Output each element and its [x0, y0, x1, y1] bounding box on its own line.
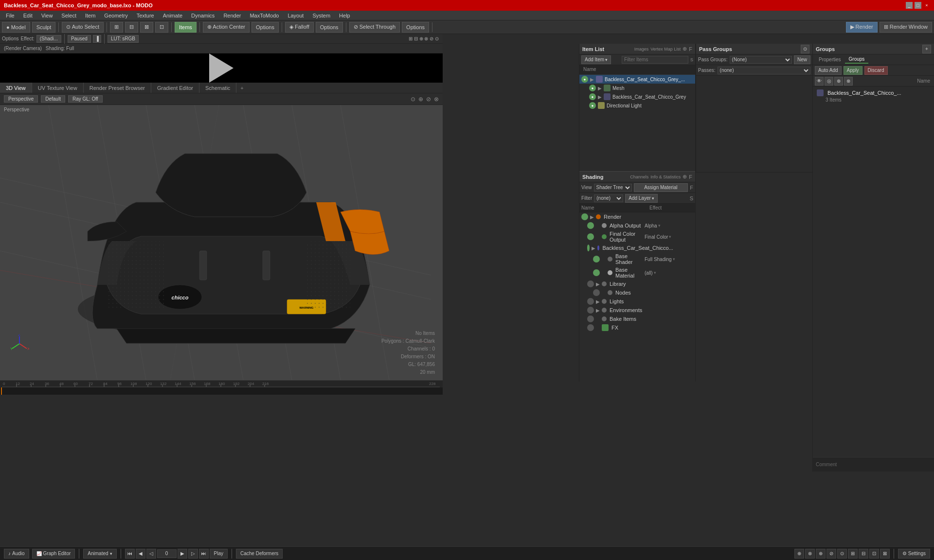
backless-expand[interactable]: ▶: [592, 245, 595, 251]
filter-select[interactable]: (none): [594, 194, 623, 202]
filter-items-input[interactable]: [622, 56, 688, 64]
cache-deformers-button[interactable]: Cache Deformers: [236, 549, 283, 559]
groups-icon-2[interactable]: ◎: [825, 77, 833, 86]
action-center-button[interactable]: ⊕ Action Center: [203, 22, 250, 33]
vis-icon-mesh[interactable]: ●: [589, 85, 596, 91]
menu-render[interactable]: Render: [219, 12, 245, 19]
render-expand[interactable]: ▶: [590, 214, 594, 220]
auto-select-button[interactable]: ⊙ Auto Select: [62, 22, 104, 33]
item-list-settings-icon[interactable]: ⊕: [683, 46, 687, 52]
mode-model-button[interactable]: ● Model: [2, 22, 30, 33]
rt-btn-4[interactable]: ⊘: [826, 549, 836, 559]
perspective-button[interactable]: Perspective: [4, 95, 38, 103]
item-list-images-tab[interactable]: Images: [634, 47, 649, 52]
play-end-button[interactable]: ▷: [188, 549, 198, 559]
rt-btn-7[interactable]: ⊟: [859, 549, 868, 559]
groups-icon-1[interactable]: 👁: [815, 77, 824, 86]
expand-arrow-root[interactable]: ▶: [590, 77, 594, 82]
add-item-button[interactable]: Add Item ▾: [581, 55, 611, 64]
play-preview-button[interactable]: [209, 53, 234, 83]
shader-backless-group[interactable]: ▶ Backless_Car_Seat_Chicco...: [579, 244, 695, 252]
close-button[interactable]: ×: [923, 2, 930, 9]
lights-eye[interactable]: [587, 298, 594, 305]
tree-item-root[interactable]: ● ▶ Backless_Car_Seat_Chicco_Grey_...: [579, 75, 695, 84]
options-2-button[interactable]: Options: [316, 22, 343, 33]
apply-button[interactable]: Apply: [844, 66, 862, 75]
go-start-button[interactable]: ⏮: [125, 549, 135, 559]
vis-icon-group[interactable]: ●: [589, 93, 596, 100]
menu-item[interactable]: Item: [81, 12, 99, 19]
render-button[interactable]: ▶ Render: [846, 22, 878, 33]
item-list-filter-icon[interactable]: F: [689, 46, 692, 52]
toolbar-icon-3[interactable]: ⊠: [140, 22, 153, 33]
groups-icon-3[interactable]: ⊕: [834, 77, 843, 86]
toolbar-icon-2[interactable]: ⊟: [125, 22, 138, 33]
options-3-button[interactable]: Options: [402, 22, 429, 33]
env-eye[interactable]: [587, 307, 594, 314]
vp-settings-icon[interactable]: ⊙: [411, 96, 415, 103]
add-layer-button[interactable]: Add Layer ▾: [625, 194, 658, 203]
effect-value[interactable]: (Shadi...: [36, 35, 61, 43]
auto-add-button[interactable]: Auto Add: [815, 66, 842, 75]
shader-environments[interactable]: ▶ Environments: [579, 306, 695, 315]
falloff-button[interactable]: ◈ Falloff: [285, 22, 314, 33]
rt-btn-8[interactable]: ⊡: [869, 549, 879, 559]
graph-editor-button[interactable]: 📈 Graph Editor: [32, 549, 75, 559]
expand-arrow-group[interactable]: ▶: [598, 94, 602, 100]
go-end-button[interactable]: ⏭: [199, 549, 209, 559]
tab-uv-texture[interactable]: UV Texture View: [32, 83, 84, 93]
tree-item-light[interactable]: ● Directional Light: [579, 101, 695, 110]
mode-sculpt-button[interactable]: Sculpt: [32, 22, 56, 33]
maximize-button[interactable]: □: [915, 2, 921, 9]
ray-gl-button[interactable]: Ray GL: Off: [68, 95, 103, 103]
backless-eye[interactable]: [587, 245, 590, 251]
minimize-button[interactable]: _: [906, 2, 913, 9]
rt-btn-5[interactable]: ⊙: [837, 549, 847, 559]
tree-item-mesh[interactable]: ● ▶ Mesh: [579, 84, 695, 92]
rt-btn-2[interactable]: ⊗: [805, 549, 815, 559]
rt-btn-9[interactable]: ⊠: [880, 549, 890, 559]
library-eye[interactable]: [587, 280, 594, 287]
menu-geometry[interactable]: Geometry: [100, 12, 131, 19]
shader-bake-items[interactable]: Bake Items: [579, 315, 695, 323]
play-button[interactable]: ▶: [178, 549, 187, 559]
pass-groups-settings-icon[interactable]: ⊙: [801, 45, 809, 53]
tree-item-group[interactable]: ● ▶ Backless_Car_Seat_Chicco_Grey: [579, 92, 695, 101]
assign-material-button[interactable]: Assign Material: [634, 183, 688, 192]
menu-texture[interactable]: Texture: [133, 12, 158, 19]
groups-icon-4[interactable]: ⊗: [844, 77, 853, 86]
shader-alpha-output[interactable]: Alpha Output Alpha ▾: [579, 221, 695, 230]
paused-value[interactable]: Paused: [68, 35, 91, 43]
rt-btn-3[interactable]: ⊕: [816, 549, 826, 559]
toolbar-icon-4[interactable]: ⊡: [155, 22, 168, 33]
render-eye[interactable]: [581, 213, 588, 220]
tab-3d-view[interactable]: 3D View: [0, 83, 32, 93]
shading-filter-icon[interactable]: F: [689, 174, 692, 180]
info-tab[interactable]: Info & Statistics: [650, 175, 681, 179]
render-window-button[interactable]: ⊞ Render Window: [880, 22, 932, 33]
audio-button[interactable]: ♪ Audio: [4, 549, 29, 559]
menu-dynamics[interactable]: Dynamics: [187, 12, 218, 19]
3d-scene[interactable]: WARNING chicco Perspective No Items Poly…: [0, 105, 443, 380]
menu-maxtomodo[interactable]: MaxToModo: [246, 12, 283, 19]
groups-add-button[interactable]: +: [922, 45, 931, 53]
vis-icon-root[interactable]: ●: [581, 76, 588, 83]
final-eye[interactable]: [587, 233, 594, 240]
menu-help[interactable]: Help: [335, 12, 354, 19]
shader-base-material[interactable]: Base Material (all) ▾: [579, 266, 695, 280]
go-back-button[interactable]: ◁: [146, 549, 156, 559]
library-expand[interactable]: ▶: [596, 281, 600, 287]
timeline-ruler[interactable]: 12 24 36 48 60 72 84 96 108 120 132 144 …: [0, 381, 443, 387]
expand-arrow-mesh[interactable]: ▶: [598, 86, 602, 91]
channels-tab[interactable]: Channels: [630, 175, 648, 179]
shader-base-shader[interactable]: Base Shader Full Shading ▾: [579, 252, 695, 266]
shading-button[interactable]: Default: [41, 95, 65, 103]
toolbar-icon-1[interactable]: ⊞: [110, 22, 123, 33]
menu-file[interactable]: File: [2, 12, 18, 19]
vp-search-icon[interactable]: ⊕: [418, 96, 423, 103]
base-mat-eye[interactable]: [593, 269, 600, 276]
menu-view[interactable]: View: [37, 12, 57, 19]
base-shader-eye[interactable]: [593, 256, 600, 262]
shading-expand-icon[interactable]: ⊕: [683, 174, 687, 180]
rt-btn-6[interactable]: ⊞: [848, 549, 858, 559]
